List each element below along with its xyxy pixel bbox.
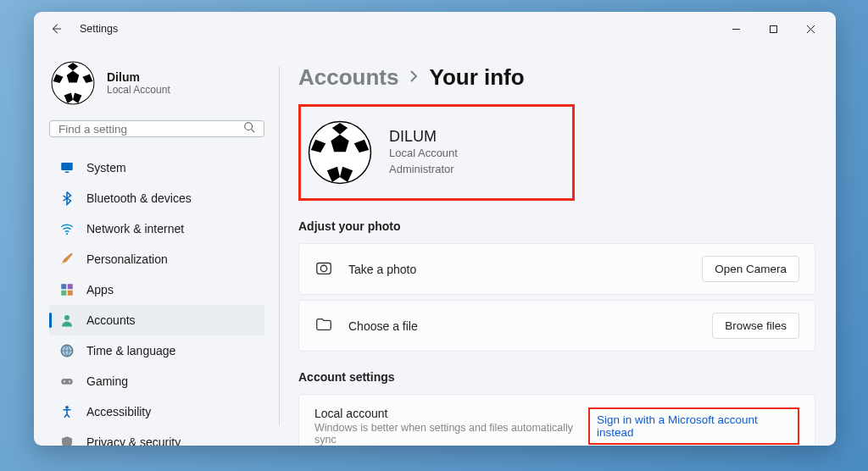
- app-title: Settings: [80, 23, 118, 35]
- bluetooth-icon: [59, 191, 75, 206]
- chevron-right-icon: [409, 69, 419, 87]
- nav-item-label: Time & language: [86, 344, 175, 357]
- svg-point-19: [64, 380, 65, 382]
- nav-item-time-language[interactable]: Time & language: [49, 335, 264, 366]
- svg-point-16: [64, 315, 70, 320]
- profile-name: DILUM: [389, 128, 458, 146]
- svg-rect-9: [61, 163, 73, 170]
- nav-item-accessibility[interactable]: Accessibility: [49, 396, 264, 427]
- settings-window: Settings: [34, 12, 836, 446]
- nav-item-system[interactable]: System: [49, 152, 264, 183]
- nav-item-label: Apps: [86, 283, 114, 296]
- svg-point-11: [66, 233, 68, 235]
- globe-icon: [59, 343, 75, 358]
- nav-item-accounts[interactable]: Accounts: [49, 305, 264, 335]
- nav-list: SystemBluetooth & devicesNetwork & inter…: [49, 152, 264, 446]
- svg-rect-12: [61, 284, 66, 289]
- minimize-button[interactable]: [717, 16, 754, 42]
- shield-icon: [59, 435, 75, 446]
- profile-avatar: [308, 120, 372, 185]
- nav-item-label: Accounts: [86, 313, 136, 327]
- breadcrumb: Accounts Your info: [298, 64, 815, 91]
- svg-point-21: [65, 406, 69, 409]
- folder-icon: [314, 315, 333, 337]
- svg-rect-18: [61, 379, 73, 385]
- nav-item-personalization[interactable]: Personalization: [49, 244, 264, 274]
- nav-item-gaming[interactable]: Gaming: [49, 366, 264, 396]
- svg-rect-10: [65, 172, 70, 174]
- camera-icon: [314, 258, 333, 280]
- nav-item-network-internet[interactable]: Network & internet: [49, 213, 264, 244]
- take-photo-label: Take a photo: [348, 263, 416, 276]
- svg-rect-0: [770, 25, 776, 32]
- nav-item-apps[interactable]: Apps: [49, 274, 264, 305]
- sidebar: Dilum Local Account SystemBluetooth & de…: [34, 46, 280, 446]
- close-button[interactable]: [792, 16, 829, 42]
- svg-rect-15: [68, 291, 73, 296]
- browse-files-button[interactable]: Browse files: [712, 313, 799, 339]
- sign-in-microsoft-link[interactable]: Sign in with a Microsoft account instead: [588, 407, 799, 445]
- profile-role: Administrator: [389, 162, 458, 177]
- svg-point-30: [320, 265, 326, 271]
- profile-account-type: Local Account: [389, 146, 458, 161]
- svg-point-8: [245, 123, 253, 130]
- soccer-ball-icon: [308, 120, 372, 185]
- choose-file-row: Choose a file Browse files: [298, 300, 815, 352]
- take-photo-row: Take a photo Open Camera: [298, 243, 815, 295]
- search-icon: [243, 121, 255, 136]
- titlebar: Settings: [34, 12, 836, 46]
- adjust-photo-heading: Adjust your photo: [298, 219, 815, 233]
- nav-item-bluetooth-devices[interactable]: Bluetooth & devices: [49, 183, 264, 213]
- accessibility-icon: [59, 404, 75, 419]
- breadcrumb-current: Your info: [429, 64, 524, 91]
- search-input[interactable]: [58, 123, 243, 136]
- apps-icon: [59, 282, 75, 297]
- user-block[interactable]: Dilum Local Account: [49, 61, 264, 105]
- local-account-desc: Windows is better when settings and file…: [314, 422, 588, 446]
- gamepad-icon: [59, 374, 75, 389]
- maximize-button[interactable]: [754, 16, 792, 42]
- nav-item-label: Accessibility: [86, 405, 151, 418]
- search-box[interactable]: [49, 120, 264, 137]
- nav-item-privacy-security[interactable]: Privacy & security: [49, 427, 264, 446]
- nav-item-label: Privacy & security: [86, 435, 181, 446]
- user-name: Dilum: [107, 70, 170, 84]
- open-camera-button[interactable]: Open Camera: [702, 256, 799, 282]
- back-button[interactable]: [47, 20, 64, 37]
- wifi-icon: [59, 221, 75, 236]
- account-settings-heading: Account settings: [298, 370, 815, 384]
- breadcrumb-parent[interactable]: Accounts: [298, 64, 398, 91]
- choose-file-label: Choose a file: [348, 319, 418, 333]
- nav-item-label: Gaming: [86, 374, 128, 388]
- svg-point-20: [69, 380, 70, 382]
- brush-icon: [59, 252, 75, 267]
- user-subtitle: Local Account: [107, 84, 170, 96]
- your-info-card: DILUM Local Account Administrator: [298, 104, 575, 201]
- main-panel: Accounts Your info: [280, 46, 836, 446]
- user-avatar: [51, 61, 95, 105]
- svg-rect-14: [61, 291, 66, 296]
- monitor-icon: [59, 160, 75, 175]
- nav-item-label: Bluetooth & devices: [86, 191, 192, 205]
- nav-item-label: System: [86, 161, 126, 175]
- nav-item-label: Personalization: [86, 252, 168, 266]
- local-account-row: Local account Windows is better when set…: [298, 394, 815, 446]
- svg-rect-29: [317, 263, 331, 274]
- soccer-ball-icon: [51, 61, 95, 105]
- svg-rect-13: [68, 284, 73, 289]
- person-icon: [59, 313, 75, 328]
- nav-item-label: Network & internet: [86, 222, 184, 236]
- local-account-label: Local account: [314, 407, 588, 420]
